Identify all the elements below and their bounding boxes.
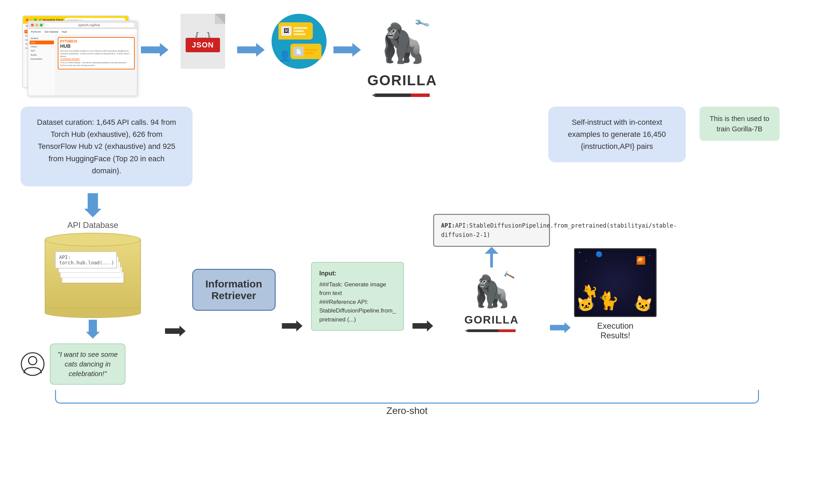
cylinder-top — [45, 233, 141, 246]
api-entry-label: API: torch.hub.load(...) — [55, 251, 117, 269]
planet2: 🔵 — [596, 251, 603, 258]
info-retriever-box: Information Retriever — [192, 269, 276, 311]
cylinder-body: API: torch.hub.load(...) — [45, 240, 141, 308]
svg-point-6 — [29, 357, 37, 365]
up-arrow-to-api — [485, 247, 498, 269]
user-icon — [21, 352, 45, 376]
zero-shot-border — [55, 390, 759, 404]
user-section: "I want to see some cats dancing in cele… — [21, 343, 165, 385]
cylinder-bottom — [45, 308, 141, 318]
pytorch-nav: PyTorch Get Started Hub — [28, 29, 137, 35]
gorilla-bottom: 🦍 🔨 GORILLA — [464, 269, 519, 333]
svg-marker-0 — [141, 43, 168, 57]
pytorch-link: Contribute Models — [60, 58, 132, 60]
json-file: {...} JSON — [180, 14, 225, 69]
pytorch-url: pytorch.org/hub — [44, 23, 134, 27]
svg-marker-1 — [237, 43, 265, 57]
bottom-full: API Database API: torch.hub.load(...) — [21, 193, 793, 385]
api-result-text: API:StableDiffusionPipeline.from_pretrai… — [441, 222, 677, 238]
chat-lines — [294, 27, 307, 35]
pytorch-sidebar: Models Hub Vision NLP Audio Generative — [28, 35, 56, 96]
arrow-user-to-retriever — [165, 324, 186, 339]
middle-right: Self-instruct with in-context examples t… — [192, 107, 793, 162]
arrow-retriever-to-prompt — [282, 319, 302, 334]
json-icon: {...} JSON — [172, 14, 234, 69]
cat3: 🐱 — [632, 294, 654, 315]
zero-shot-label: Zero-shot — [55, 405, 759, 416]
api-db-label: API Database — [67, 220, 118, 230]
star3: ✦ — [585, 260, 587, 262]
col5: ✦ ✦ ✦ 🐱 🐈 🐱 🐈 🪐 🔵 Execution Results! — [571, 248, 660, 340]
arrow-gorilla-to-cats — [550, 321, 571, 336]
pytorch-desc: Discover and publish models to a pre-tra… — [60, 50, 132, 58]
hf-browser-front: pytorch.org/hub PyTorch Get Started Hub … — [28, 21, 138, 96]
col3: Input: ###Task: Generate image from text… — [302, 262, 412, 331]
svg-marker-8 — [282, 320, 302, 331]
planet1: 🪐 — [637, 256, 645, 265]
cats-image: ✦ ✦ ✦ 🐱 🐈 🐱 🐈 🪐 🔵 — [574, 248, 657, 317]
svg-marker-3 — [84, 193, 101, 217]
svg-marker-10 — [485, 247, 498, 267]
svg-marker-2 — [333, 43, 361, 57]
pytorch-card: PYTORCH HUB Discover and publish models … — [58, 37, 135, 69]
cat4: 🐈 — [580, 282, 600, 301]
chat-bubble-2: 📄 — [290, 44, 321, 59]
chat-bubble-1: 🖼 — [278, 22, 313, 40]
col2: Information Retriever — [186, 269, 282, 311]
arrow1 — [141, 41, 168, 58]
dataset-desc-box: Dataset curation: 1,645 API calls. 94 fr… — [21, 107, 192, 186]
middle-left: Dataset curation: 1,645 API calls. 94 fr… — [21, 107, 192, 186]
json-file-body: {...} JSON — [180, 14, 225, 69]
chat-img: 🖼 — [281, 26, 292, 36]
chat-circle: 🖼 📄 👤 — [272, 14, 327, 69]
api-result-box: API:API:StableDiffusionPipeline.from_pre… — [433, 214, 550, 247]
pytorch-title: PYTORCH — [60, 40, 132, 43]
zero-shot-section: Zero-shot — [21, 390, 793, 416]
arrow-prompt-to-gorilla — [412, 319, 433, 334]
arrow3 — [333, 41, 361, 58]
gorilla-bottom-img: 🦍 🔨 — [469, 269, 514, 314]
api-cylinder: API: torch.hub.load(...) — [45, 233, 141, 318]
pytorch-main: PYTORCH HUB Discover and publish models … — [56, 35, 137, 96]
top-section: 🤗 Hugging Face huggingface.co Models Dat… — [21, 14, 793, 103]
execution-label: Execution Results! — [597, 321, 633, 340]
hf-browser-bar: pytorch.org/hub — [28, 21, 137, 29]
svg-marker-9 — [412, 320, 433, 331]
svg-marker-7 — [165, 326, 186, 337]
gorilla-label: GORILLA — [367, 72, 437, 89]
chat-img2: 📄 — [293, 47, 304, 56]
gorilla-bottom-label: GORILLA — [464, 314, 519, 326]
main-container: 🤗 Hugging Face huggingface.co Models Dat… — [0, 0, 814, 504]
doc-stack: API: torch.hub.load(...) — [55, 251, 131, 299]
down-arrow-to-retriever — [86, 320, 100, 340]
query-box: "I want to see some cats dancing in cele… — [50, 343, 125, 385]
self-instruct-box: Self-instruct with in-context examples t… — [548, 107, 686, 162]
cat2: 🐈 — [597, 290, 620, 311]
svg-marker-4 — [86, 320, 100, 339]
pytorch-beta: *This is a beta release - we will be col… — [60, 62, 132, 67]
screwdriver-bottom — [468, 328, 516, 333]
star1: ✦ — [579, 251, 581, 254]
pytorch-hub: HUB — [60, 43, 132, 49]
json-label: JSON — [186, 38, 220, 52]
down-arrow-dataset — [84, 193, 101, 219]
arrow2 — [237, 41, 265, 58]
col4: API:API:StableDiffusionPipeline.from_pre… — [433, 214, 550, 333]
user-icon-col — [21, 352, 45, 376]
chat-person: 👤 — [278, 50, 291, 62]
gorilla-top: 🦍 🔧 GORILLA — [364, 14, 440, 99]
screwdriver — [375, 91, 430, 99]
gorilla-desc-box: This is then used to train Gorilla-7B — [700, 107, 780, 141]
middle-section: Dataset curation: 1,645 API calls. 94 fr… — [21, 107, 793, 186]
svg-marker-11 — [550, 322, 571, 333]
hf-screenshot: 🤗 Hugging Face huggingface.co Models Dat… — [21, 14, 138, 103]
prompt-text: ###Task: Generate image from text ###Ref… — [319, 280, 396, 324]
col1: API Database API: torch.hub.load(...) — [21, 193, 165, 385]
prompt-box: Input: ###Task: Generate image from text… — [311, 262, 404, 331]
chat-lines2 — [305, 49, 317, 54]
prompt-label: Input: — [319, 269, 396, 278]
star2: ✦ — [649, 254, 650, 257]
chat-icon: 🖼 📄 👤 — [268, 14, 330, 69]
